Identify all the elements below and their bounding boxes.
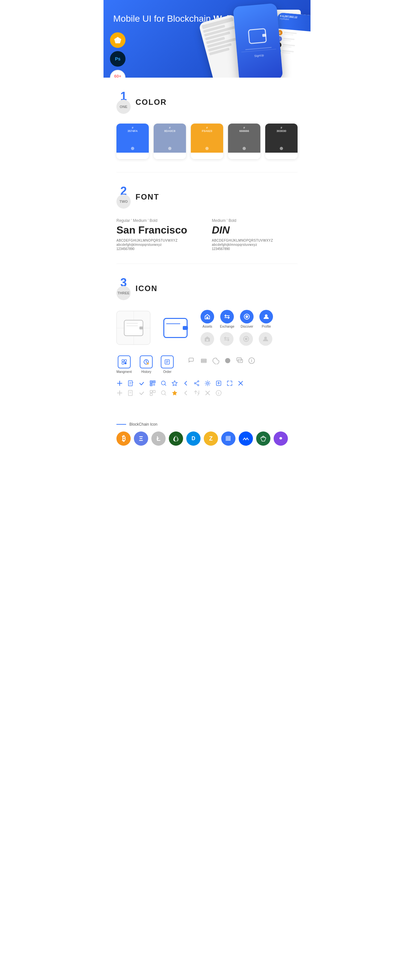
dot-icon [224, 357, 231, 364]
svg-rect-45 [153, 384, 154, 385]
nav-assets-active: Assets [201, 310, 214, 328]
font-din: Medium ' Bold DIN ABCDEFGHIJKLMNOPQRSTUV… [212, 218, 298, 251]
icon-showcase-row: Assets Exchange Discover [116, 310, 298, 346]
svg-rect-6 [206, 339, 208, 341]
svg-line-69 [165, 394, 166, 395]
font-section: 2 TWO FONT Regular ' Medium ' Bold San F… [104, 172, 310, 264]
swatch-slate: #8DA0C8 [154, 124, 186, 159]
nav-assets-ghost [201, 332, 214, 346]
zcash-icon: Z [204, 431, 218, 446]
chevron-left-ghost-icon [182, 390, 189, 396]
nav-exchange-ghost [220, 332, 234, 346]
mangment-icon-group: Mangment [116, 355, 132, 374]
qr-ghost-icon [150, 390, 156, 396]
history-icon [140, 355, 153, 368]
arrows-ghost-icon [193, 390, 200, 396]
crypto-icons-row: ₿ Ξ Ł D Z [116, 431, 298, 446]
svg-rect-48 [154, 384, 155, 385]
svg-point-52 [194, 383, 196, 384]
expand-icon [226, 380, 233, 387]
waves-icon [239, 431, 253, 446]
svg-point-9 [264, 337, 267, 339]
x-ghost-icon [204, 390, 211, 396]
misc-icons-group [188, 357, 255, 364]
svg-rect-44 [151, 384, 152, 385]
section-number-3: 3 THREE [116, 277, 131, 300]
qr-icon [150, 380, 156, 387]
section-number-1: 1 ONE [116, 91, 131, 114]
svg-rect-23 [201, 359, 206, 360]
blockchain-label-row: BlockChain Icon [116, 422, 298, 426]
screens-badge: 60+ Screens [110, 70, 126, 78]
tools-icons-ghost-row [116, 390, 298, 396]
nav-discover-active: Discover [240, 310, 253, 328]
discover-ghost-icon [243, 336, 249, 342]
color-grid: #3574FA #8DA0C8 #F5A623 #666666 [116, 124, 298, 159]
svg-point-26 [225, 358, 230, 363]
blockchain-section: BlockChain Icon ₿ Ξ Ł D Z [104, 415, 310, 459]
section-number-2: 2 TWO [116, 185, 131, 208]
nav-icons-row-1: Assets Exchange Discover [201, 310, 273, 328]
check-icon [139, 380, 145, 387]
svg-rect-42 [151, 381, 152, 382]
info-ghost-icon [215, 390, 222, 396]
nav-profile-active: Profile [260, 310, 273, 328]
upload-icon [215, 380, 222, 387]
swatch-gray: #666666 [228, 124, 260, 159]
svg-point-51 [197, 381, 199, 382]
profile-ghost-icon [262, 336, 269, 342]
svg-rect-65 [150, 390, 152, 393]
svg-point-53 [197, 385, 199, 386]
speech-icon [236, 357, 243, 364]
app-tab-icons: Mangment History Order [116, 355, 298, 374]
svg-rect-47 [153, 385, 154, 385]
swatch-blue: #3574FA [116, 124, 149, 159]
document-icon [127, 380, 134, 387]
svg-line-55 [196, 383, 197, 385]
svg-point-4 [245, 315, 248, 318]
moon-icon [212, 357, 219, 364]
svg-point-74 [218, 392, 219, 392]
wallet-icon [248, 28, 267, 44]
stack-icon [200, 357, 207, 364]
ethereum-icon: Ξ [134, 431, 148, 446]
phone-middle: SignUp [233, 3, 283, 78]
svg-rect-43 [154, 381, 154, 382]
nav-exchange-active: Exchange [220, 310, 234, 328]
svg-rect-24 [201, 360, 206, 361]
icon-blue-container [158, 311, 193, 345]
swatch-orange: #F5A623 [191, 124, 223, 159]
plus-ghost-icon [116, 390, 123, 396]
chevron-left-icon [182, 380, 189, 387]
color-section: 1 ONE COLOR #3574FA #8DA0C8 #F5A623 [104, 78, 310, 172]
dash-icon: D [186, 431, 201, 446]
svg-rect-12 [124, 360, 126, 361]
history-icon-group: History [140, 355, 153, 374]
svg-rect-11 [122, 362, 124, 364]
svg-point-31 [251, 359, 252, 360]
font-grid: Regular ' Medium ' Bold San Francisco AB… [116, 218, 298, 251]
profile-icon [263, 313, 269, 320]
search-icon [161, 380, 167, 387]
share-icon [193, 380, 200, 387]
chat-icon [188, 357, 195, 364]
exchange-icon [224, 313, 230, 320]
svg-line-54 [196, 382, 197, 383]
order-icon [161, 355, 174, 368]
gear-icon [204, 380, 211, 387]
svg-point-8 [245, 338, 247, 340]
icon-section: 3 THREE ICON [104, 264, 310, 415]
svg-rect-67 [150, 393, 152, 396]
svg-rect-13 [124, 362, 126, 364]
svg-rect-66 [153, 390, 155, 393]
close-icon [237, 380, 244, 387]
star-icon [171, 380, 178, 387]
info-icon [248, 357, 255, 364]
svg-rect-2 [206, 317, 208, 318]
star-filled-icon [171, 390, 178, 396]
assets-ghost-icon [204, 336, 210, 342]
section-header-icon: 3 THREE ICON [116, 277, 298, 300]
svg-rect-46 [154, 385, 155, 385]
exchange-ghost-icon [223, 336, 230, 342]
phones-showcase: SignUp $ 6,297,502.12 myWallet ₿ Ξ W [205, 5, 310, 78]
